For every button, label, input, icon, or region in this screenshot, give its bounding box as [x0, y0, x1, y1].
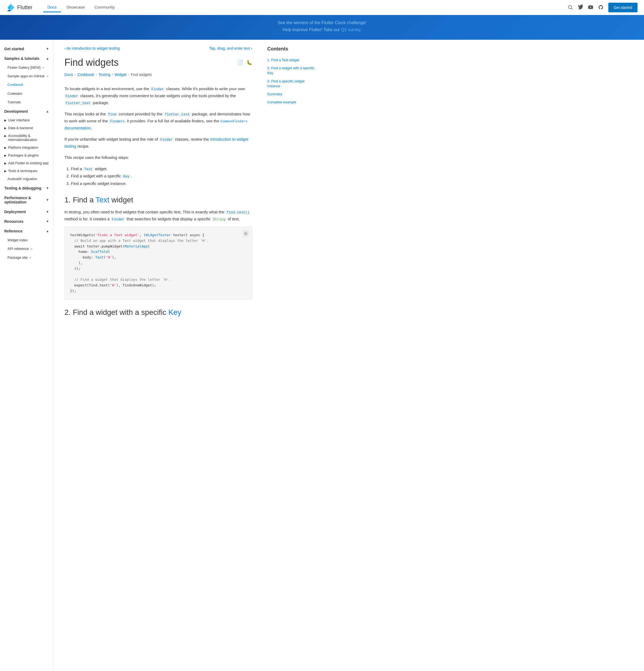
sidebar-section-deployment[interactable]: Deployment ▼: [0, 207, 53, 217]
sidebar-item-tools-label: Tools & techniques: [8, 169, 37, 173]
sidebar-item-tutorials[interactable]: Tutorials: [0, 98, 53, 106]
string-inline[interactable]: String: [212, 217, 227, 222]
finder-inline-4[interactable]: Finder: [111, 217, 126, 222]
breadcrumb-sep-2: ›: [96, 73, 97, 76]
nav-showcase[interactable]: Showcase: [62, 3, 89, 12]
sidebar-section-deployment-label: Deployment: [4, 210, 26, 214]
chevron-down-icon-testing: ▼: [46, 186, 49, 190]
contents-item-5[interactable]: Complete example: [267, 98, 318, 106]
page-navigation: ‹ An introduction to widget testing Tap,…: [64, 46, 252, 50]
finder-inline-1[interactable]: Finder: [150, 87, 165, 91]
finder-inline-2[interactable]: Finder: [64, 94, 79, 99]
sidebar-item-packages[interactable]: ▶ Packages & plugins: [0, 151, 53, 159]
contents-item-1[interactable]: 1. Find a Text widget: [267, 56, 318, 64]
breadcrumb-sep-4: ›: [128, 73, 129, 76]
breadcrumb-widget[interactable]: Widget: [115, 73, 126, 77]
sidebar-item-androidx[interactable]: AndroidX migration: [0, 175, 53, 183]
find-inline[interactable]: find: [107, 112, 117, 117]
banner-line2-prefix: Help improve Flutter! Take our: [283, 27, 341, 32]
sidebar-section-get-started[interactable]: Get started ▼: [0, 44, 53, 54]
sidebar-section-testing-label: Testing & debugging: [4, 186, 41, 190]
find-text-inline[interactable]: find.text(): [226, 210, 250, 215]
breadcrumb-testing[interactable]: Testing: [99, 73, 110, 77]
sidebar-item-platform-integration[interactable]: ▶ Platform integration: [0, 143, 53, 151]
breadcrumb-docs[interactable]: Docs: [64, 73, 73, 77]
chevron-up-icon: ▲: [46, 56, 49, 60]
search-icon[interactable]: [568, 4, 574, 11]
sidebar-item-packages-label: Packages & plugins: [8, 153, 39, 157]
chevron-down-icon-perf: ▼: [46, 198, 49, 202]
key-widget-heading: Key: [168, 308, 181, 316]
intro-widget-testing-link[interactable]: Introduction to widget testing: [64, 137, 248, 149]
sidebar-section-samples[interactable]: Samples & tutorials ▲: [0, 54, 53, 63]
finders-inline[interactable]: Finders: [109, 119, 126, 124]
contents-item-4[interactable]: Summary: [267, 90, 318, 98]
sidebar-item-user-interface[interactable]: ▶ User interface: [0, 116, 53, 124]
sidebar-section-development-label: Development: [4, 109, 28, 114]
section-1-body: In testing, you often need to find widge…: [64, 208, 252, 223]
main-content: ‹ An introduction to widget testing Tap,…: [54, 40, 263, 671]
right-sidebar: Contents 1. Find a Text widget 2. Find a…: [263, 40, 322, 671]
sidebar-item-api-reference[interactable]: API reference ↗: [0, 244, 53, 253]
breadcrumb-current: Find widgets: [131, 73, 152, 77]
main-nav: Docs Showcase Community: [43, 3, 568, 12]
sidebar-item-data-backend-label: Data & backend: [8, 126, 33, 130]
sidebar-item-codelabs[interactable]: Codelabs: [0, 89, 53, 98]
intro-para-1: To locate widgets in a test environment,…: [64, 85, 252, 106]
sidebar-item-cookbook[interactable]: Cookbook: [0, 80, 53, 89]
text-widget-inline-step[interactable]: Text: [83, 167, 94, 172]
flutter-logo-icon: [7, 3, 15, 12]
logo-text: Flutter: [17, 4, 33, 11]
contents-item-3[interactable]: 3. Find a specific widget instance: [267, 77, 318, 90]
copy-button-1[interactable]: ⧉: [243, 230, 249, 237]
sidebar-section-resources[interactable]: Resources ▼: [0, 217, 53, 226]
code-content-1: testWidgets('finds a Text widget', (Widg…: [70, 232, 247, 294]
get-started-button[interactable]: Get started: [608, 3, 637, 12]
expand-icon: ▶: [4, 134, 7, 138]
nav-community[interactable]: Community: [90, 3, 119, 12]
sidebar-section-development[interactable]: Development ▲: [0, 106, 53, 116]
banner-line2: Help improve Flutter! Take our Q1 survey…: [5, 27, 639, 32]
sidebar-item-package-site[interactable]: Package site ↗: [0, 253, 53, 262]
contents-item-2[interactable]: 2. Find a widget with a specific Key: [267, 64, 318, 77]
page-title-row: Find widgets 📄 🐛: [64, 57, 252, 68]
youtube-icon[interactable]: [588, 4, 594, 11]
step-2: Find a widget with a specific Key.: [71, 172, 252, 179]
page-edit-icon[interactable]: 📄: [237, 60, 243, 65]
sidebar-section-reference[interactable]: Reference ▲: [0, 226, 53, 236]
sidebar-section-get-started-label: Get started: [4, 47, 24, 51]
chevron-up-icon-ref: ▲: [46, 229, 49, 233]
sidebar-item-data-backend[interactable]: ▶ Data & backend: [0, 124, 53, 132]
twitter-icon[interactable]: [578, 4, 584, 11]
sidebar: Get started ▼ Samples & tutorials ▲ Flut…: [0, 40, 54, 671]
chevron-down-icon-resources: ▼: [46, 219, 49, 223]
sidebar-item-accessibility[interactable]: ▶ Accessibility & internationalization: [0, 132, 53, 143]
chevron-down-icon: ▼: [46, 47, 49, 51]
logo[interactable]: Flutter: [7, 3, 33, 12]
key-inline-step[interactable]: Key: [122, 174, 130, 179]
page-layout: Get started ▼ Samples & tutorials ▲ Flut…: [0, 40, 644, 671]
nav-docs[interactable]: Docs: [43, 3, 61, 12]
sidebar-item-widget-index[interactable]: Widget index: [0, 236, 53, 244]
sidebar-item-add-flutter[interactable]: ▶ Add Flutter to existing app: [0, 159, 53, 167]
flutter-test-inline-1[interactable]: flutter_test: [64, 101, 92, 105]
intro-para-3: If you're unfamiliar with widget testing…: [64, 136, 252, 150]
code-block-1: ⧉ testWidgets('finds a Text widget', (Wi…: [64, 227, 252, 300]
flutter-test-inline-2[interactable]: flutter_test: [164, 112, 191, 117]
page-bug-icon[interactable]: 🐛: [246, 60, 252, 65]
article-content: To locate widgets in a test environment,…: [64, 85, 252, 317]
sidebar-section-reference-label: Reference: [4, 229, 23, 233]
banner-line1: See the winners of the Flutter Clock cha…: [5, 21, 639, 25]
sidebar-item-sample-apps[interactable]: Sample apps on GitHub ↗: [0, 72, 53, 80]
breadcrumb-cookbook[interactable]: Cookbook: [77, 73, 94, 77]
sidebar-section-testing[interactable]: Testing & debugging ▼: [0, 183, 53, 193]
sidebar-item-tools[interactable]: ▶ Tools & techniques: [0, 167, 53, 175]
finder-inline-3[interactable]: Finder: [159, 137, 174, 142]
banner-survey-link[interactable]: Q1 survey: [341, 27, 360, 32]
prev-page-link[interactable]: ‹ An introduction to widget testing: [64, 46, 120, 50]
sidebar-section-performance[interactable]: Performance & optimization ▼: [0, 193, 53, 207]
github-icon[interactable]: [598, 4, 604, 11]
commonfinders-link[interactable]: CommonFinders documentation: [64, 119, 248, 130]
next-page-link[interactable]: Tap, drag, and enter text ›: [209, 46, 252, 50]
sidebar-item-flutter-gallery[interactable]: Flutter Gallery [NEW] ↗: [0, 63, 53, 72]
